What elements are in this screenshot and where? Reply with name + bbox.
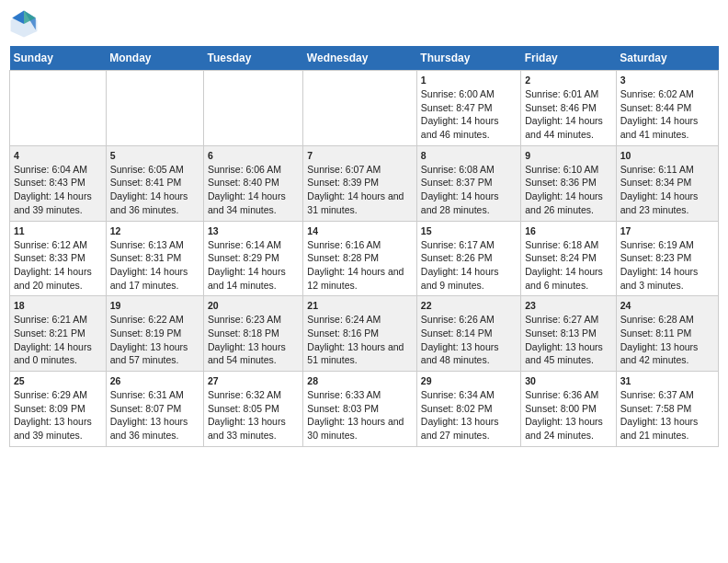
day-number: 13 bbox=[208, 225, 299, 236]
day-content: Sunrise: 6:11 AM Sunset: 8:34 PM Dayligh… bbox=[620, 163, 714, 217]
day-content: Sunrise: 6:16 AM Sunset: 8:28 PM Dayligh… bbox=[307, 238, 412, 293]
day-content: Sunrise: 6:36 AM Sunset: 8:00 PM Dayligh… bbox=[525, 388, 612, 442]
calendar-cell: 31Sunrise: 6:37 AM Sunset: 7:58 PM Dayli… bbox=[616, 372, 718, 447]
day-number: 23 bbox=[525, 300, 612, 311]
day-number: 21 bbox=[307, 300, 412, 311]
day-number: 22 bbox=[421, 300, 517, 311]
day-content: Sunrise: 6:31 AM Sunset: 8:07 PM Dayligh… bbox=[110, 388, 199, 442]
day-content: Sunrise: 6:18 AM Sunset: 8:24 PM Dayligh… bbox=[525, 238, 612, 293]
day-content: Sunrise: 6:05 AM Sunset: 8:41 PM Dayligh… bbox=[110, 163, 199, 217]
day-number: 31 bbox=[620, 375, 714, 386]
day-content: Sunrise: 6:23 AM Sunset: 8:18 PM Dayligh… bbox=[208, 313, 299, 367]
calendar-cell: 21Sunrise: 6:24 AM Sunset: 8:16 PM Dayli… bbox=[303, 296, 416, 372]
day-content: Sunrise: 6:12 AM Sunset: 8:33 PM Dayligh… bbox=[14, 238, 102, 293]
day-number: 14 bbox=[307, 225, 412, 236]
calendar-cell bbox=[10, 71, 107, 146]
day-number: 30 bbox=[525, 375, 612, 386]
weekday-header-saturday: Saturday bbox=[616, 46, 718, 71]
calendar-cell: 16Sunrise: 6:18 AM Sunset: 8:24 PM Dayli… bbox=[521, 221, 617, 296]
calendar-week-4: 18Sunrise: 6:21 AM Sunset: 8:21 PM Dayli… bbox=[10, 296, 719, 372]
weekday-header-monday: Monday bbox=[106, 46, 203, 71]
calendar-cell: 13Sunrise: 6:14 AM Sunset: 8:29 PM Dayli… bbox=[204, 221, 303, 296]
day-number: 15 bbox=[421, 225, 517, 236]
day-content: Sunrise: 6:08 AM Sunset: 8:37 PM Dayligh… bbox=[421, 163, 517, 217]
day-number: 9 bbox=[525, 150, 612, 161]
day-content: Sunrise: 6:04 AM Sunset: 8:43 PM Dayligh… bbox=[14, 163, 102, 217]
weekday-header-wednesday: Wednesday bbox=[303, 46, 416, 71]
day-content: Sunrise: 6:28 AM Sunset: 8:11 PM Dayligh… bbox=[620, 313, 714, 367]
day-content: Sunrise: 6:17 AM Sunset: 8:26 PM Dayligh… bbox=[421, 238, 517, 293]
day-number: 12 bbox=[110, 225, 199, 236]
calendar-cell: 18Sunrise: 6:21 AM Sunset: 8:21 PM Dayli… bbox=[10, 296, 107, 372]
day-number: 26 bbox=[110, 375, 199, 386]
day-content: Sunrise: 6:01 AM Sunset: 8:46 PM Dayligh… bbox=[525, 87, 612, 142]
calendar-cell: 24Sunrise: 6:28 AM Sunset: 8:11 PM Dayli… bbox=[616, 296, 718, 372]
calendar-cell: 4Sunrise: 6:04 AM Sunset: 8:43 PM Daylig… bbox=[10, 145, 107, 221]
calendar-cell: 1Sunrise: 6:00 AM Sunset: 8:47 PM Daylig… bbox=[416, 71, 520, 146]
calendar-body: 1Sunrise: 6:00 AM Sunset: 8:47 PM Daylig… bbox=[10, 71, 719, 447]
day-content: Sunrise: 6:27 AM Sunset: 8:13 PM Dayligh… bbox=[525, 313, 612, 367]
calendar-cell: 30Sunrise: 6:36 AM Sunset: 8:00 PM Dayli… bbox=[521, 372, 617, 447]
calendar-header: SundayMondayTuesdayWednesdayThursdayFrid… bbox=[10, 46, 719, 71]
calendar-cell: 14Sunrise: 6:16 AM Sunset: 8:28 PM Dayli… bbox=[303, 221, 416, 296]
day-number: 16 bbox=[525, 225, 612, 236]
day-content: Sunrise: 6:13 AM Sunset: 8:31 PM Dayligh… bbox=[110, 238, 199, 293]
day-content: Sunrise: 6:02 AM Sunset: 8:44 PM Dayligh… bbox=[620, 87, 714, 142]
day-number: 10 bbox=[620, 150, 714, 161]
calendar-week-5: 25Sunrise: 6:29 AM Sunset: 8:09 PM Dayli… bbox=[10, 372, 719, 447]
calendar-cell: 27Sunrise: 6:32 AM Sunset: 8:05 PM Dayli… bbox=[204, 372, 303, 447]
calendar-cell bbox=[106, 71, 203, 146]
day-number: 6 bbox=[208, 150, 299, 161]
calendar-cell: 22Sunrise: 6:26 AM Sunset: 8:14 PM Dayli… bbox=[416, 296, 520, 372]
calendar-cell: 28Sunrise: 6:33 AM Sunset: 8:03 PM Dayli… bbox=[303, 372, 416, 447]
calendar-week-2: 4Sunrise: 6:04 AM Sunset: 8:43 PM Daylig… bbox=[10, 145, 719, 221]
weekday-header-sunday: Sunday bbox=[10, 46, 107, 71]
calendar-cell: 25Sunrise: 6:29 AM Sunset: 8:09 PM Dayli… bbox=[10, 372, 107, 447]
weekday-header-thursday: Thursday bbox=[416, 46, 520, 71]
calendar-cell: 26Sunrise: 6:31 AM Sunset: 8:07 PM Dayli… bbox=[106, 372, 203, 447]
calendar-cell: 5Sunrise: 6:05 AM Sunset: 8:41 PM Daylig… bbox=[106, 145, 203, 221]
day-content: Sunrise: 6:06 AM Sunset: 8:40 PM Dayligh… bbox=[208, 163, 299, 217]
day-number: 2 bbox=[525, 75, 612, 86]
calendar-cell: 19Sunrise: 6:22 AM Sunset: 8:19 PM Dayli… bbox=[106, 296, 203, 372]
calendar-table: SundayMondayTuesdayWednesdayThursdayFrid… bbox=[9, 46, 719, 447]
calendar-cell: 11Sunrise: 6:12 AM Sunset: 8:33 PM Dayli… bbox=[10, 221, 107, 296]
logo bbox=[9, 9, 42, 39]
calendar-cell: 8Sunrise: 6:08 AM Sunset: 8:37 PM Daylig… bbox=[416, 145, 520, 221]
day-number: 1 bbox=[421, 75, 517, 86]
day-number: 28 bbox=[307, 375, 412, 386]
day-content: Sunrise: 6:21 AM Sunset: 8:21 PM Dayligh… bbox=[14, 313, 102, 367]
day-number: 29 bbox=[421, 375, 517, 386]
page-header bbox=[9, 9, 719, 39]
calendar-cell: 23Sunrise: 6:27 AM Sunset: 8:13 PM Dayli… bbox=[521, 296, 617, 372]
day-number: 18 bbox=[14, 300, 102, 311]
logo-icon bbox=[9, 9, 39, 39]
day-content: Sunrise: 6:22 AM Sunset: 8:19 PM Dayligh… bbox=[110, 313, 199, 367]
calendar-cell: 9Sunrise: 6:10 AM Sunset: 8:36 PM Daylig… bbox=[521, 145, 617, 221]
weekday-header-friday: Friday bbox=[521, 46, 617, 71]
day-content: Sunrise: 6:19 AM Sunset: 8:23 PM Dayligh… bbox=[620, 238, 714, 293]
calendar-cell: 17Sunrise: 6:19 AM Sunset: 8:23 PM Dayli… bbox=[616, 221, 718, 296]
day-number: 24 bbox=[620, 300, 714, 311]
day-content: Sunrise: 6:24 AM Sunset: 8:16 PM Dayligh… bbox=[307, 313, 412, 367]
day-number: 8 bbox=[421, 150, 517, 161]
weekday-header-row: SundayMondayTuesdayWednesdayThursdayFrid… bbox=[10, 46, 719, 71]
calendar-week-1: 1Sunrise: 6:00 AM Sunset: 8:47 PM Daylig… bbox=[10, 71, 719, 146]
day-content: Sunrise: 6:33 AM Sunset: 8:03 PM Dayligh… bbox=[307, 388, 412, 442]
day-number: 19 bbox=[110, 300, 199, 311]
day-content: Sunrise: 6:26 AM Sunset: 8:14 PM Dayligh… bbox=[421, 313, 517, 367]
day-content: Sunrise: 6:32 AM Sunset: 8:05 PM Dayligh… bbox=[208, 388, 299, 442]
weekday-header-tuesday: Tuesday bbox=[204, 46, 303, 71]
day-number: 27 bbox=[208, 375, 299, 386]
calendar-cell bbox=[204, 71, 303, 146]
calendar-cell: 29Sunrise: 6:34 AM Sunset: 8:02 PM Dayli… bbox=[416, 372, 520, 447]
day-content: Sunrise: 6:34 AM Sunset: 8:02 PM Dayligh… bbox=[421, 388, 517, 442]
calendar-cell: 7Sunrise: 6:07 AM Sunset: 8:39 PM Daylig… bbox=[303, 145, 416, 221]
day-number: 5 bbox=[110, 150, 199, 161]
day-content: Sunrise: 6:10 AM Sunset: 8:36 PM Dayligh… bbox=[525, 163, 612, 217]
calendar-week-3: 11Sunrise: 6:12 AM Sunset: 8:33 PM Dayli… bbox=[10, 221, 719, 296]
calendar-cell bbox=[303, 71, 416, 146]
calendar-cell: 2Sunrise: 6:01 AM Sunset: 8:46 PM Daylig… bbox=[521, 71, 617, 146]
calendar-cell: 10Sunrise: 6:11 AM Sunset: 8:34 PM Dayli… bbox=[616, 145, 718, 221]
calendar-cell: 3Sunrise: 6:02 AM Sunset: 8:44 PM Daylig… bbox=[616, 71, 718, 146]
